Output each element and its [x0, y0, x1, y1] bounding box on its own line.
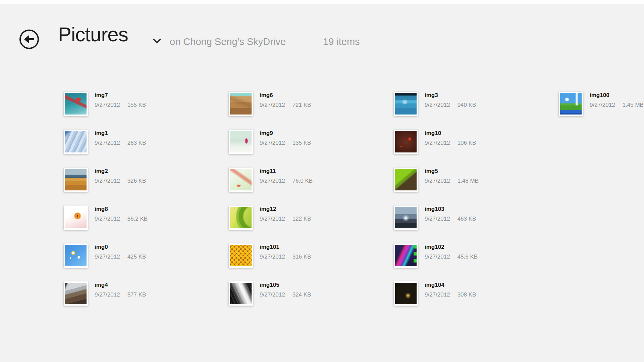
- item-meta: 9/27/2012 45.6 KB: [425, 254, 478, 260]
- orange-flower-pink-thumbnail: [65, 207, 87, 228]
- item-text: img8 9/27/2012 86.2 KB: [95, 206, 148, 222]
- item-meta: 9/27/2012 940 KB: [425, 102, 476, 108]
- thumbnail-frame: [394, 281, 418, 306]
- list-item[interactable]: img11 9/27/2012 76.0 KB: [229, 168, 394, 192]
- item-size: 155 KB: [127, 102, 146, 108]
- green-hill-tower-sky-thumbnail: [560, 93, 582, 115]
- item-name: img103: [425, 206, 476, 213]
- back-arrow-icon: [19, 29, 40, 50]
- list-item[interactable]: img101 9/27/2012 316 KB: [229, 243, 394, 268]
- thumbnail-frame: [394, 130, 418, 154]
- item-size: 263 KB: [127, 140, 146, 146]
- item-size: 721 KB: [292, 102, 311, 108]
- chevron-down-icon[interactable]: [153, 38, 161, 44]
- item-date: 9/27/2012: [95, 254, 120, 260]
- thumbnail-frame: [64, 243, 88, 268]
- item-name: img8: [95, 206, 148, 213]
- thumbnail-frame: [229, 130, 253, 154]
- red-flower-light-green-thumbnail: [230, 169, 252, 190]
- list-item[interactable]: img0 9/27/2012 425 KB: [64, 243, 229, 268]
- item-meta: 9/27/2012 577 KB: [95, 291, 146, 298]
- blurred-tracks-perspective-thumbnail: [395, 207, 417, 228]
- item-size: 45.6 KB: [458, 254, 478, 260]
- location-subtitle: on Chong Seng’s SkyDrive: [170, 36, 286, 47]
- white-daisies-blue-thumbnail: [65, 245, 87, 266]
- item-meta: 9/27/2012 1.48 MB: [425, 178, 479, 184]
- item-meta: 9/27/2012 76.0 KB: [260, 178, 313, 184]
- item-text: img101 9/27/2012 316 KB: [260, 243, 311, 260]
- green-leaf-abstract-thumbnail: [230, 207, 252, 228]
- pink-flower-pale-green-thumbnail: [230, 131, 252, 152]
- item-text: img10 9/27/2012 106 KB: [425, 130, 476, 146]
- thumbnail-frame: [64, 130, 88, 154]
- item-name: img1: [95, 130, 146, 137]
- desert-dune-teal-sky-thumbnail: [230, 93, 252, 115]
- item-date: 9/27/2012: [260, 254, 285, 260]
- list-item[interactable]: img2 9/27/2012 326 KB: [64, 168, 229, 192]
- list-item[interactable]: img100 9/27/2012 1.45 MB: [559, 92, 644, 116]
- golden-spiral-shell-thumbnail: [395, 283, 417, 304]
- thumbnail-frame: [229, 168, 253, 192]
- green-grass-brown-soil-thumbnail: [395, 169, 417, 190]
- item-name: img105: [260, 282, 311, 288]
- list-item[interactable]: img3 9/27/2012 940 KB: [394, 92, 559, 116]
- yellow-honeycomb-dots-thumbnail: [230, 245, 252, 266]
- list-item[interactable]: img7 9/27/2012 155 KB: [64, 92, 229, 116]
- item-name: img12: [260, 206, 311, 213]
- item-date: 9/27/2012: [260, 216, 285, 222]
- back-button[interactable]: [19, 29, 40, 50]
- list-item[interactable]: img8 9/27/2012 86.2 KB: [64, 206, 229, 230]
- list-item[interactable]: img105 9/27/2012 324 KB: [229, 281, 394, 306]
- list-item[interactable]: img9 9/27/2012 135 KB: [229, 130, 394, 154]
- list-item[interactable]: img104 9/27/2012 308 KB: [394, 281, 559, 306]
- thumbnail-frame: [229, 281, 253, 306]
- item-size: 324 KB: [292, 291, 311, 298]
- item-name: img101: [260, 244, 311, 251]
- item-text: img102 9/27/2012 45.6 KB: [425, 243, 478, 260]
- item-count: 19 items: [323, 36, 360, 47]
- item-size: 940 KB: [458, 102, 476, 108]
- list-item[interactable]: img12 9/27/2012 122 KB: [229, 206, 394, 230]
- item-text: img12 9/27/2012 122 KB: [260, 206, 311, 222]
- list-item[interactable]: img1 9/27/2012 263 KB: [64, 130, 229, 154]
- item-size: 308 KB: [458, 291, 476, 298]
- item-name: img0: [95, 244, 146, 251]
- list-item[interactable]: img103 9/27/2012 463 KB: [394, 206, 559, 230]
- item-text: img3 9/27/2012 940 KB: [425, 92, 476, 108]
- item-text: img103 9/27/2012 463 KB: [425, 206, 476, 222]
- thumbnail-frame: [394, 206, 418, 230]
- item-name: img10: [425, 130, 476, 137]
- item-size: 106 KB: [458, 140, 476, 146]
- item-text: img0 9/27/2012 425 KB: [95, 243, 146, 260]
- item-size: 135 KB: [292, 140, 311, 146]
- list-item[interactable]: img5 9/27/2012 1.48 MB: [394, 168, 559, 192]
- item-text: img4 9/27/2012 577 KB: [95, 281, 146, 298]
- thumbnail-frame: [229, 243, 253, 268]
- list-item[interactable]: img6 9/27/2012 721 KB: [229, 92, 394, 116]
- golden-field-landscape-thumbnail: [65, 169, 87, 190]
- item-size: 326 KB: [127, 178, 146, 184]
- item-date: 9/27/2012: [425, 178, 450, 184]
- item-meta: 9/27/2012 425 KB: [95, 254, 146, 260]
- item-date: 9/27/2012: [95, 178, 120, 184]
- item-date: 9/27/2012: [95, 291, 120, 298]
- item-date: 9/27/2012: [260, 291, 285, 298]
- item-name: img102: [425, 244, 478, 251]
- item-size: 463 KB: [458, 216, 476, 222]
- item-size: 86.2 KB: [127, 216, 148, 222]
- item-text: img104 9/27/2012 308 KB: [425, 281, 476, 298]
- item-name: img9: [260, 130, 311, 137]
- brown-rock-stream-thumbnail: [65, 283, 87, 304]
- item-meta: 9/27/2012 263 KB: [95, 140, 146, 146]
- item-date: 9/27/2012: [425, 291, 450, 298]
- list-item[interactable]: img4 9/27/2012 577 KB: [64, 281, 229, 306]
- item-meta: 9/27/2012 326 KB: [95, 178, 146, 184]
- item-size: 425 KB: [127, 254, 146, 260]
- item-size: 1.48 MB: [458, 178, 479, 184]
- thumbnail-frame: [64, 92, 88, 116]
- list-item[interactable]: img10 9/27/2012 106 KB: [394, 130, 559, 154]
- list-item[interactable]: img102 9/27/2012 45.6 KB: [394, 243, 559, 268]
- item-text: img7 9/27/2012 155 KB: [95, 92, 146, 108]
- item-text: img1 9/27/2012 263 KB: [95, 130, 146, 146]
- item-date: 9/27/2012: [425, 216, 450, 222]
